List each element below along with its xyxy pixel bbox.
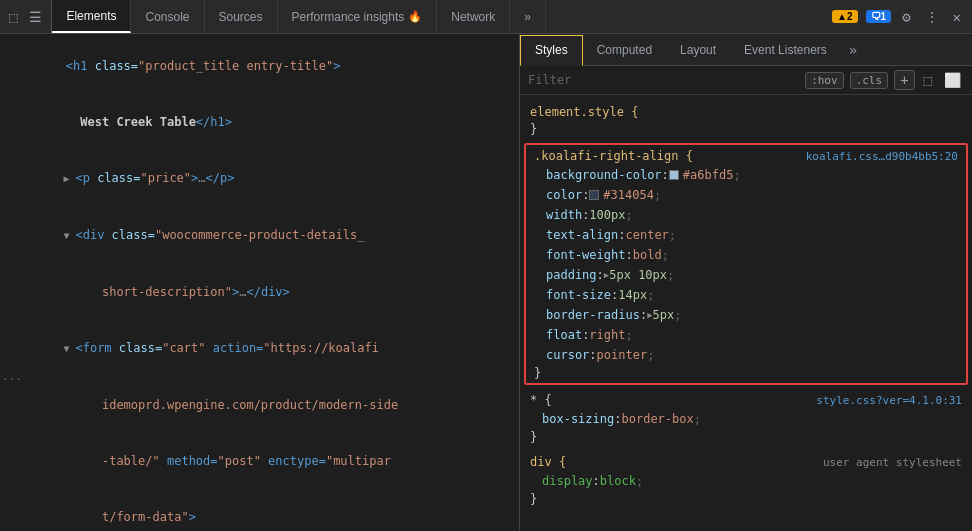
tab-network[interactable]: Network: [437, 0, 510, 33]
html-line: -table/" method="post" enctype="multipar: [0, 433, 519, 489]
css-prop-border-radius: border-radius: ▶ 5px;: [526, 305, 966, 325]
filter-bar: :hov .cls + ⬚ ⬜: [520, 66, 972, 95]
elements-panel: <h1 class="product_title entry-title"> W…: [0, 34, 520, 531]
hover-filter-btn[interactable]: :hov: [805, 72, 844, 89]
styles-sub-tabs: Styles Computed Layout Event Listeners »: [520, 34, 972, 66]
user-agent-label: user agent stylesheet: [823, 456, 962, 469]
css-prop-text-align: text-align: center;: [526, 225, 966, 245]
tab-sources[interactable]: Sources: [205, 0, 278, 33]
css-prop-width: width: 100px;: [526, 205, 966, 225]
close-icon[interactable]: ✕: [950, 7, 964, 27]
css-prop-float: float: right;: [526, 325, 966, 345]
tab-console[interactable]: Console: [131, 0, 204, 33]
css-prop-font-size: font-size: 14px;: [526, 285, 966, 305]
styles-panel: Styles Computed Layout Event Listeners »…: [520, 34, 972, 531]
css-prop-background-color: background-color: #a6bfd5;: [526, 165, 966, 185]
sub-tab-more[interactable]: »: [841, 42, 865, 58]
tab-performance-insights[interactable]: Performance insights 🔥: [278, 0, 438, 33]
tab-more[interactable]: »: [510, 0, 546, 33]
more-options-icon[interactable]: ⋮: [922, 7, 942, 27]
css-rule-wildcard: * { style.css?ver=4.1.0:31 box-sizing: b…: [520, 387, 972, 449]
html-line: ▶ <p class="price">…</p>: [0, 150, 519, 207]
sub-tab-styles[interactable]: Styles: [520, 35, 583, 66]
css-prop-padding: padding: ▶ 5px 10px;: [526, 265, 966, 285]
warning-badge: ▲2: [832, 10, 857, 23]
toolbar-right-area: ▲2 🗨1 ⚙ ⋮ ✕: [824, 7, 972, 27]
main-tabs: Elements Console Sources Performance ins…: [52, 0, 824, 33]
css-selector-wildcard-line: * { style.css?ver=4.1.0:31: [522, 391, 970, 409]
html-line: ▼ <form class="cart" action="https://koa…: [0, 320, 519, 377]
html-line: t/form-data">: [0, 489, 519, 531]
filter-input[interactable]: [528, 73, 799, 87]
html-line: <h1 class="product_title entry-title">: [0, 38, 519, 94]
toggle-element-state-icon[interactable]: ⬜: [941, 72, 964, 88]
css-source-style[interactable]: style.css?ver=4.1.0:31: [816, 394, 962, 407]
css-selector-div-line: div { user agent stylesheet: [522, 453, 970, 471]
devtools-toolbar: ⬚ ☰ Elements Console Sources Performance…: [0, 0, 972, 34]
css-prop-display: display: block;: [522, 471, 970, 491]
css-rules-panel: element.style { } .koalafi-right-align {…: [520, 95, 972, 531]
toolbar-icon-group: ⬚ ☰: [0, 0, 52, 33]
sub-tab-computed[interactable]: Computed: [583, 34, 666, 65]
sub-tab-layout[interactable]: Layout: [666, 34, 730, 65]
settings-icon[interactable]: ⚙: [899, 7, 913, 27]
css-rule-koalafi: .koalafi-right-align { koalafi.css…d90b4…: [524, 143, 968, 385]
three-dots: ...: [2, 370, 22, 383]
css-prop-font-weight: font-weight: bold;: [526, 245, 966, 265]
css-rule-element-style: element.style { }: [520, 99, 972, 141]
css-prop-color: color: #314054;: [526, 185, 966, 205]
html-line: idemoprd.wpengine.com/product/modern-sid…: [0, 377, 519, 433]
inspect-icon[interactable]: ⬚: [6, 7, 20, 27]
main-content: <h1 class="product_title entry-title"> W…: [0, 34, 972, 531]
html-line: West Creek Table</h1>: [0, 94, 519, 150]
css-prop-cursor: cursor: pointer;: [526, 345, 966, 365]
sub-tab-event-listeners[interactable]: Event Listeners: [730, 34, 841, 65]
add-class-btn[interactable]: +: [894, 70, 914, 90]
css-selector-line: .koalafi-right-align { koalafi.css…d90b4…: [526, 147, 966, 165]
new-style-rule-icon[interactable]: ⬚: [921, 72, 935, 88]
css-rule-div: div { user agent stylesheet display: blo…: [520, 449, 972, 511]
color-swatch[interactable]: [669, 170, 679, 180]
css-selector-line: element.style {: [522, 103, 970, 121]
tab-elements[interactable]: Elements: [52, 0, 131, 33]
css-prop-box-sizing: box-sizing: border-box;: [522, 409, 970, 429]
html-line: ▼ <div class="woocommerce-product-detail…: [0, 207, 519, 264]
html-line: short-description">…</div>: [0, 264, 519, 320]
cls-filter-btn[interactable]: .cls: [850, 72, 889, 89]
device-icon[interactable]: ☰: [26, 7, 45, 27]
color-swatch-text[interactable]: [589, 190, 599, 200]
info-badge: 🗨1: [866, 10, 892, 23]
